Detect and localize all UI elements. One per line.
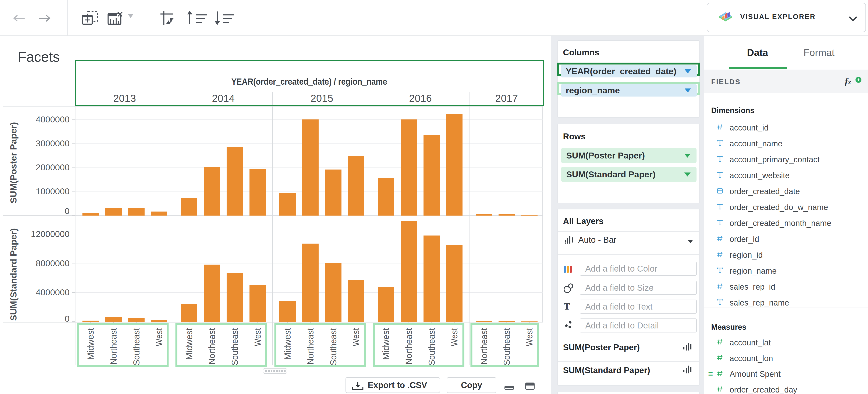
svg-text:Midwest: Midwest [283, 328, 292, 360]
svg-text:1000000: 1000000 [36, 187, 69, 196]
svg-text:0: 0 [65, 314, 69, 323]
svg-text:Facets: Facets [18, 49, 60, 65]
svg-text:Southeast: Southeast [131, 328, 142, 365]
svg-text:Southeast: Southeast [328, 328, 338, 365]
svg-text:SUM(Standard Paper): SUM(Standard Paper) [8, 228, 19, 321]
svg-text:8000000: 8000000 [36, 258, 69, 268]
svg-text:SUM(Poster Paper): SUM(Poster Paper) [8, 122, 19, 203]
svg-text:3000000: 3000000 [36, 139, 69, 148]
svg-text:Northeast: Northeast [108, 328, 119, 365]
svg-text:Southeast: Southeast [502, 328, 512, 365]
svg-text:Northeast: Northeast [479, 328, 489, 365]
svg-text:Midwest: Midwest [184, 328, 194, 360]
svg-text:2015: 2015 [311, 93, 333, 104]
svg-text:2017: 2017 [495, 93, 518, 104]
svg-text:0: 0 [65, 206, 69, 216]
svg-text:12000000: 12000000 [31, 229, 69, 239]
svg-text:West: West [524, 328, 534, 346]
svg-text:4000000: 4000000 [36, 115, 69, 124]
svg-text:West: West [450, 328, 459, 346]
svg-text:2013: 2013 [114, 93, 136, 104]
svg-text:Midwest: Midwest [86, 328, 96, 360]
svg-text:West: West [253, 328, 262, 346]
svg-text:Northeast: Northeast [404, 328, 414, 365]
svg-text:West: West [154, 328, 164, 346]
svg-text:Southeast: Southeast [427, 328, 437, 365]
svg-text:West: West [351, 328, 361, 346]
svg-text:4000000: 4000000 [36, 287, 69, 297]
svg-text:2014: 2014 [212, 93, 235, 104]
svg-text:YEAR(order_created_date) / reg: YEAR(order_created_date) / region_name [231, 77, 387, 87]
svg-text:Northeast: Northeast [207, 328, 217, 365]
svg-text:Northeast: Northeast [305, 328, 315, 365]
svg-text:Midwest: Midwest [381, 328, 391, 360]
svg-text:2016: 2016 [409, 93, 432, 104]
svg-text:Southeast: Southeast [230, 328, 240, 365]
svg-text:2000000: 2000000 [36, 163, 69, 172]
